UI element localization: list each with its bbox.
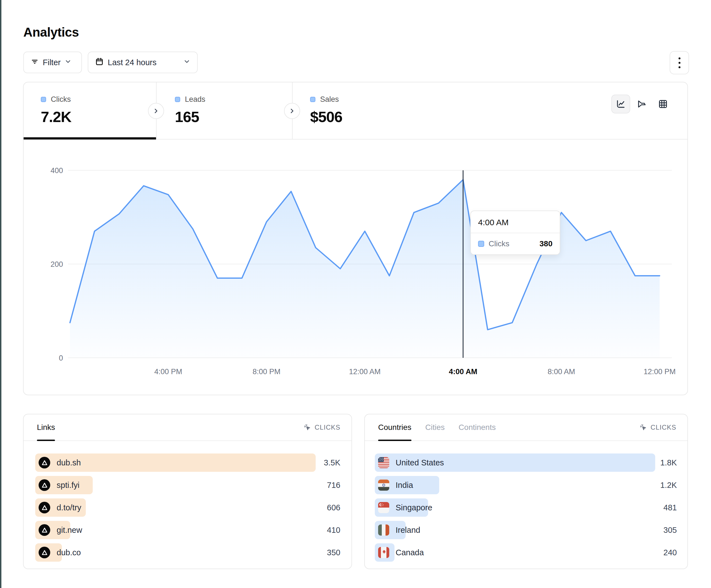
clicks-chart[interactable]: 02004004:00 PM8:00 PM12:00 AM4:00 AM8:00… bbox=[24, 139, 688, 396]
tab-clicks[interactable]: Clicks 7.2K bbox=[24, 82, 156, 139]
window-edge bbox=[0, 0, 1, 588]
line-chart-icon bbox=[616, 99, 626, 109]
clicks-label: Clicks bbox=[51, 95, 71, 104]
expand-clicks-button[interactable] bbox=[148, 103, 164, 119]
y-tick-label: 0 bbox=[59, 354, 63, 362]
tab-cities[interactable]: Cities bbox=[425, 414, 445, 440]
links-panel: Links CLICKS dub.sh 3.5K bbox=[23, 414, 352, 569]
country-flag-icon bbox=[378, 502, 389, 513]
tab-countries[interactable]: Countries bbox=[378, 414, 411, 440]
link-clicks-value: 606 bbox=[327, 498, 340, 517]
chevron-down-icon bbox=[64, 58, 72, 67]
link-label: dub.co bbox=[57, 548, 81, 557]
clicks-legend-swatch bbox=[41, 97, 46, 102]
funnel-icon bbox=[637, 99, 647, 109]
more-options-button[interactable] bbox=[670, 51, 689, 74]
kebab-icon bbox=[678, 58, 681, 59]
countries-panel-header: Countries Cities Continents CLICKS bbox=[365, 414, 687, 441]
countries-list: United States 1.8K India 1.2K Singapore … bbox=[365, 453, 687, 562]
chevron-right-icon bbox=[288, 107, 296, 115]
tooltip-value: 380 bbox=[539, 239, 553, 248]
dub-logo-icon bbox=[39, 547, 50, 558]
link-row[interactable]: dub.sh 3.5K bbox=[35, 453, 340, 472]
dub-logo-icon bbox=[39, 502, 50, 513]
filter-button[interactable]: Filter bbox=[23, 51, 82, 73]
link-label: d.to/try bbox=[57, 503, 81, 512]
country-label: India bbox=[395, 481, 413, 490]
link-row[interactable]: dub.co 350 bbox=[35, 543, 340, 562]
links-list: dub.sh 3.5K spti.fyi 716 d.to/try 606 bbox=[24, 453, 351, 562]
link-clicks-value: 410 bbox=[327, 521, 340, 539]
table-grid-icon bbox=[658, 99, 668, 109]
cursor-click-icon bbox=[303, 424, 311, 431]
link-row[interactable]: git.new 410 bbox=[35, 521, 340, 539]
countries-metric-label: CLICKS bbox=[650, 424, 676, 431]
tooltip-time: 4:00 AM bbox=[471, 211, 560, 233]
leads-legend-swatch bbox=[175, 97, 180, 102]
links-metric-label: CLICKS bbox=[315, 424, 340, 431]
chevron-down-icon bbox=[183, 58, 191, 67]
country-clicks-value: 305 bbox=[664, 521, 677, 539]
x-tick-label: 8:00 AM bbox=[547, 367, 575, 376]
country-label: Singapore bbox=[395, 503, 432, 512]
link-row[interactable]: d.to/try 606 bbox=[35, 498, 340, 517]
x-tick-label: 12:00 PM bbox=[644, 367, 676, 376]
countries-panel: Countries Cities Continents CLICKS Unite… bbox=[364, 414, 688, 569]
country-row[interactable]: Canada 240 bbox=[375, 543, 677, 562]
chart-tooltip: 4:00 AM Clicks 380 bbox=[470, 210, 560, 255]
expand-leads-button[interactable] bbox=[284, 103, 300, 119]
link-clicks-value: 3.5K bbox=[324, 453, 340, 472]
table-view-button[interactable] bbox=[653, 95, 672, 113]
country-row[interactable]: India 1.2K bbox=[375, 476, 677, 494]
sales-legend-swatch bbox=[310, 97, 316, 102]
link-row[interactable]: spti.fyi 716 bbox=[35, 476, 340, 494]
country-clicks-value: 481 bbox=[664, 498, 677, 517]
country-label: United States bbox=[395, 458, 444, 467]
filter-icon bbox=[30, 58, 39, 68]
x-tick-label: 12:00 AM bbox=[349, 367, 381, 376]
clicks-value: 7.2K bbox=[41, 108, 156, 126]
country-label: Canada bbox=[395, 548, 424, 557]
country-label: Ireland bbox=[395, 526, 420, 535]
links-metric[interactable]: CLICKS bbox=[303, 424, 340, 431]
page-title: Analytics bbox=[23, 25, 79, 40]
x-tick-label: 4:00 PM bbox=[154, 367, 182, 376]
area-fill bbox=[70, 180, 660, 358]
date-range-button[interactable]: Last 24 hours bbox=[88, 51, 198, 73]
tab-continents[interactable]: Continents bbox=[459, 414, 496, 440]
link-label: spti.fyi bbox=[57, 481, 80, 490]
link-label: git.new bbox=[57, 526, 82, 535]
y-tick-label: 400 bbox=[50, 166, 63, 175]
sales-value: $506 bbox=[310, 108, 436, 126]
active-tab-underline bbox=[24, 137, 156, 139]
country-flag-icon bbox=[378, 547, 389, 558]
tab-sales[interactable]: Sales $506 bbox=[292, 82, 436, 139]
links-panel-header: Links CLICKS bbox=[24, 414, 351, 441]
dub-logo-icon bbox=[39, 457, 50, 469]
countries-metric[interactable]: CLICKS bbox=[639, 424, 676, 431]
leads-value: 165 bbox=[175, 108, 292, 126]
tab-links[interactable]: Links bbox=[37, 414, 55, 440]
leads-label: Leads bbox=[185, 95, 206, 104]
country-flag-icon bbox=[378, 524, 389, 536]
dub-logo-icon bbox=[39, 524, 50, 536]
country-clicks-value: 1.8K bbox=[660, 453, 677, 472]
country-flag-icon bbox=[378, 479, 389, 491]
tab-leads[interactable]: Leads 165 bbox=[156, 82, 292, 139]
calendar-icon bbox=[95, 57, 104, 68]
country-row[interactable]: Ireland 305 bbox=[375, 521, 677, 539]
cursor-click-icon bbox=[639, 424, 647, 431]
chart-view-toggle bbox=[611, 95, 672, 113]
country-clicks-value: 240 bbox=[664, 543, 677, 562]
sales-label: Sales bbox=[320, 95, 339, 104]
country-row[interactable]: United States 1.8K bbox=[375, 453, 677, 472]
country-clicks-value: 1.2K bbox=[660, 476, 677, 494]
analytics-page: Analytics Filter Last 24 hours bbox=[0, 0, 711, 588]
tooltip-series-label: Clicks bbox=[489, 239, 510, 248]
x-tick-label: 4:00 AM bbox=[449, 367, 477, 376]
chevron-right-icon bbox=[152, 107, 159, 115]
country-row[interactable]: Singapore 481 bbox=[375, 498, 677, 517]
line-chart-view-button[interactable] bbox=[611, 95, 630, 113]
funnel-view-button[interactable] bbox=[632, 95, 651, 113]
filter-button-label: Filter bbox=[43, 58, 61, 67]
